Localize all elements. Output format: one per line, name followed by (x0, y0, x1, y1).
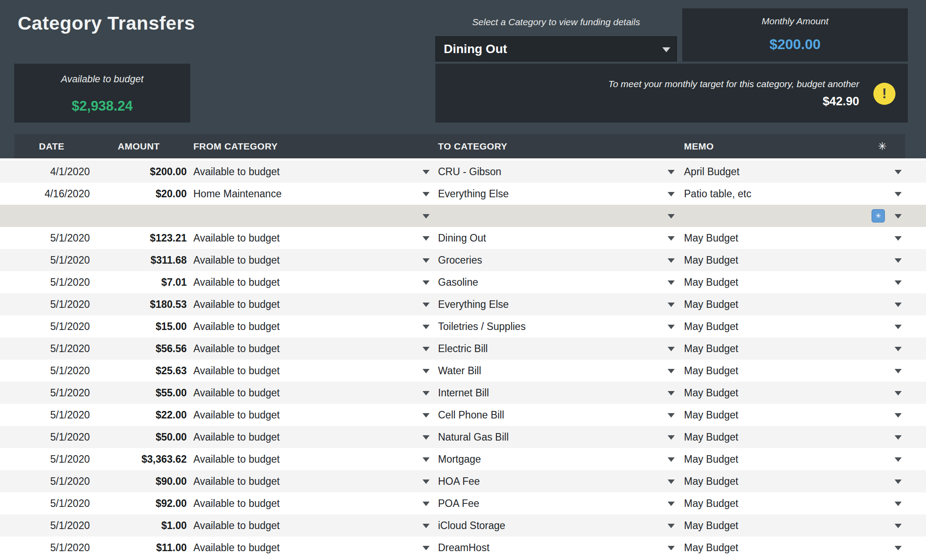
row-amount-cell[interactable]: $3,363.62 (106, 448, 187, 470)
chevron-down-icon[interactable] (423, 170, 430, 174)
row-date-cell[interactable]: 4/1/2020 (9, 161, 90, 183)
chevron-down-icon[interactable] (895, 502, 902, 506)
chevron-down-icon[interactable] (668, 192, 675, 196)
chevron-down-icon[interactable] (668, 303, 675, 307)
row-to-category-cell[interactable]: POA Fee (438, 492, 479, 514)
chevron-down-icon[interactable] (668, 524, 675, 528)
chevron-down-icon[interactable] (423, 413, 430, 418)
chevron-down-icon[interactable] (895, 413, 902, 418)
row-date-cell[interactable]: 5/1/2020 (9, 315, 90, 338)
chevron-down-icon[interactable] (423, 303, 430, 307)
chevron-down-icon[interactable] (423, 258, 430, 263)
row-from-category-cell[interactable]: Available to budget (193, 382, 280, 404)
row-amount-cell[interactable]: $200.00 (106, 161, 187, 183)
row-from-category-cell[interactable]: Available to budget (193, 492, 280, 514)
chevron-down-icon[interactable] (668, 325, 675, 329)
row-amount-cell[interactable]: $92.00 (106, 492, 187, 514)
row-to-category-cell[interactable]: Everything Else (438, 293, 509, 315)
row-date-cell[interactable]: 5/1/2020 (9, 249, 90, 271)
row-date-cell[interactable]: 5/1/2020 (9, 293, 90, 315)
row-to-category-cell[interactable]: Water Bill (438, 360, 481, 382)
chevron-down-icon[interactable] (668, 170, 675, 174)
chevron-down-icon[interactable] (423, 325, 430, 329)
row-from-category-cell[interactable]: Available to budget (193, 448, 280, 470)
row-from-category-cell[interactable]: Available to budget (193, 161, 280, 183)
chevron-down-icon[interactable] (423, 479, 430, 484)
chevron-down-icon[interactable] (668, 347, 675, 351)
row-date-cell[interactable]: 5/1/2020 (9, 271, 90, 293)
row-amount-cell[interactable]: $311.68 (106, 249, 187, 271)
row-memo-cell[interactable]: May Budget (684, 271, 738, 293)
row-to-category-cell[interactable]: iCloud Storage (438, 514, 505, 537)
row-to-category-cell[interactable]: Electric Bill (438, 338, 488, 360)
chevron-down-icon[interactable] (668, 369, 675, 373)
chevron-down-icon[interactable] (895, 236, 902, 241)
row-date-cell[interactable]: 5/1/2020 (9, 360, 90, 382)
chevron-down-icon[interactable] (668, 280, 675, 285)
row-to-category-cell[interactable]: Natural Gas Bill (438, 426, 509, 448)
row-date-cell[interactable]: 5/1/2020 (9, 492, 90, 514)
row-amount-cell[interactable]: $1.00 (106, 514, 187, 537)
chevron-down-icon[interactable] (895, 280, 902, 285)
row-to-category-cell[interactable]: Cell Phone Bill (438, 404, 504, 426)
chevron-down-icon[interactable] (895, 457, 902, 462)
row-from-category-cell[interactable]: Available to budget (193, 426, 280, 448)
chevron-down-icon[interactable] (895, 391, 902, 395)
chevron-down-icon[interactable] (895, 170, 902, 174)
row-memo-cell[interactable]: Patio table, etc (684, 183, 751, 205)
row-to-category-cell[interactable]: Gasoline (438, 271, 478, 293)
chevron-down-icon[interactable] (668, 413, 675, 418)
row-date-cell[interactable]: 5/1/2020 (9, 537, 90, 559)
chevron-down-icon[interactable] (895, 524, 902, 528)
row-date-cell[interactable]: 5/1/2020 (9, 338, 90, 360)
row-date-cell[interactable]: 5/1/2020 (9, 382, 90, 404)
row-amount-cell[interactable]: $25.63 (106, 360, 187, 382)
row-to-category-cell[interactable]: Groceries (438, 249, 482, 271)
chevron-down-icon[interactable] (668, 479, 675, 484)
chevron-down-icon[interactable] (895, 258, 902, 263)
chevron-down-icon[interactable] (423, 457, 430, 462)
row-from-category-cell[interactable]: Available to budget (193, 315, 280, 338)
chevron-down-icon[interactable] (895, 347, 902, 351)
row-memo-cell[interactable]: May Budget (684, 404, 738, 426)
row-date-cell[interactable]: 5/1/2020 (9, 426, 90, 448)
row-amount-cell[interactable]: $55.00 (106, 382, 187, 404)
row-date-cell[interactable]: 5/1/2020 (9, 514, 90, 537)
row-to-category-cell[interactable]: CRU - Gibson (438, 161, 501, 183)
row-from-category-cell[interactable]: Available to budget (193, 271, 280, 293)
chevron-down-icon[interactable] (895, 435, 902, 440)
chevron-down-icon[interactable] (668, 435, 675, 440)
row-from-category-cell[interactable]: Available to budget (193, 293, 280, 315)
chevron-down-icon[interactable] (895, 192, 902, 196)
row-date-cell[interactable]: 5/1/2020 (9, 470, 90, 492)
row-from-category-cell[interactable]: Available to budget (193, 514, 280, 537)
row-to-category-cell[interactable]: Toiletries / Supplies (438, 315, 526, 338)
category-select[interactable]: Dining Out (435, 36, 677, 61)
row-to-category-cell[interactable]: Everything Else (438, 183, 509, 205)
row-memo-cell[interactable]: May Budget (684, 448, 738, 470)
chevron-down-icon[interactable] (895, 214, 902, 219)
row-memo-cell[interactable]: May Budget (684, 227, 738, 249)
row-date-cell[interactable]: 5/1/2020 (9, 448, 90, 470)
chevron-down-icon[interactable] (668, 502, 675, 506)
chevron-down-icon[interactable] (423, 192, 430, 196)
chevron-down-icon[interactable] (895, 369, 902, 373)
row-to-category-cell[interactable]: Mortgage (438, 448, 481, 470)
chevron-down-icon[interactable] (423, 214, 430, 219)
row-memo-cell[interactable]: May Budget (684, 360, 738, 382)
row-memo-cell[interactable]: May Budget (684, 426, 738, 448)
chevron-down-icon[interactable] (668, 391, 675, 395)
chevron-down-icon[interactable] (423, 280, 430, 285)
row-memo-cell[interactable]: May Budget (684, 470, 738, 492)
row-from-category-cell[interactable]: Available to budget (193, 249, 280, 271)
row-memo-cell[interactable]: May Budget (684, 537, 738, 559)
row-to-category-cell[interactable]: DreamHost (438, 537, 489, 559)
row-from-category-cell[interactable]: Available to budget (193, 360, 280, 382)
chevron-down-icon[interactable] (668, 236, 675, 241)
row-amount-cell[interactable]: $50.00 (106, 426, 187, 448)
row-from-category-cell[interactable]: Available to budget (193, 470, 280, 492)
chevron-down-icon[interactable] (895, 546, 902, 550)
chevron-down-icon[interactable] (423, 524, 430, 528)
row-date-cell[interactable]: 5/1/2020 (9, 404, 90, 426)
chevron-down-icon[interactable] (668, 546, 675, 550)
